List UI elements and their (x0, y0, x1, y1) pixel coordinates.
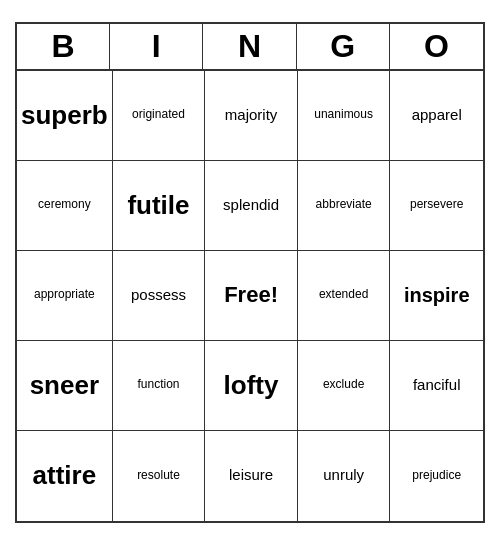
cell-text-r1-c4: persevere (410, 198, 463, 211)
cell-text-r2-c0: appropriate (34, 288, 95, 301)
cell-text-r2-c3: extended (319, 288, 368, 301)
bingo-header: BINGO (17, 24, 483, 71)
cell-text-r0-c2: majority (225, 107, 278, 124)
cell-r4-c4: prejudice (390, 431, 483, 521)
cell-text-r0-c1: originated (132, 108, 185, 121)
cell-text-r4-c3: unruly (323, 467, 364, 484)
cell-r2-c4: inspire (390, 251, 483, 341)
cell-r1-c3: abbreviate (298, 161, 391, 251)
cell-r2-c0: appropriate (17, 251, 113, 341)
cell-text-r0-c3: unanimous (314, 108, 373, 121)
cell-r1-c0: ceremony (17, 161, 113, 251)
cell-r1-c1: futile (113, 161, 206, 251)
cell-text-r1-c3: abbreviate (316, 198, 372, 211)
cell-r4-c1: resolute (113, 431, 206, 521)
cell-r0-c4: apparel (390, 71, 483, 161)
bingo-grid: superboriginatedmajorityunanimousapparel… (17, 71, 483, 521)
cell-r3-c1: function (113, 341, 206, 431)
cell-text-r0-c0: superb (21, 101, 108, 130)
cell-text-r0-c4: apparel (412, 107, 462, 124)
cell-r2-c3: extended (298, 251, 391, 341)
cell-r0-c3: unanimous (298, 71, 391, 161)
cell-text-r3-c3: exclude (323, 378, 364, 391)
cell-text-r1-c1: futile (127, 191, 189, 220)
cell-text-r4-c2: leisure (229, 467, 273, 484)
header-letter-O: O (390, 24, 483, 69)
cell-r1-c2: splendid (205, 161, 298, 251)
cell-text-r1-c2: splendid (223, 197, 279, 214)
cell-text-r1-c0: ceremony (38, 198, 91, 211)
cell-text-r4-c4: prejudice (412, 469, 461, 482)
cell-text-r3-c0: sneer (30, 371, 99, 400)
cell-r2-c1: possess (113, 251, 206, 341)
cell-text-r2-c2: Free! (224, 283, 278, 307)
cell-r3-c0: sneer (17, 341, 113, 431)
cell-text-r2-c4: inspire (404, 284, 470, 306)
cell-r4-c2: leisure (205, 431, 298, 521)
cell-text-r3-c4: fanciful (413, 377, 461, 394)
header-letter-N: N (203, 24, 296, 69)
cell-text-r4-c1: resolute (137, 469, 180, 482)
cell-r0-c0: superb (17, 71, 113, 161)
cell-r3-c2: lofty (205, 341, 298, 431)
cell-r4-c3: unruly (298, 431, 391, 521)
header-letter-I: I (110, 24, 203, 69)
cell-r3-c4: fanciful (390, 341, 483, 431)
cell-text-r3-c1: function (137, 378, 179, 391)
cell-text-r4-c0: attire (33, 461, 97, 490)
cell-text-r3-c2: lofty (224, 371, 279, 400)
header-letter-G: G (297, 24, 390, 69)
cell-r4-c0: attire (17, 431, 113, 521)
cell-r2-c2: Free! (205, 251, 298, 341)
cell-r0-c1: originated (113, 71, 206, 161)
cell-text-r2-c1: possess (131, 287, 186, 304)
cell-r0-c2: majority (205, 71, 298, 161)
bingo-card: BINGO superboriginatedmajorityunanimousa… (15, 22, 485, 523)
cell-r3-c3: exclude (298, 341, 391, 431)
cell-r1-c4: persevere (390, 161, 483, 251)
header-letter-B: B (17, 24, 110, 69)
